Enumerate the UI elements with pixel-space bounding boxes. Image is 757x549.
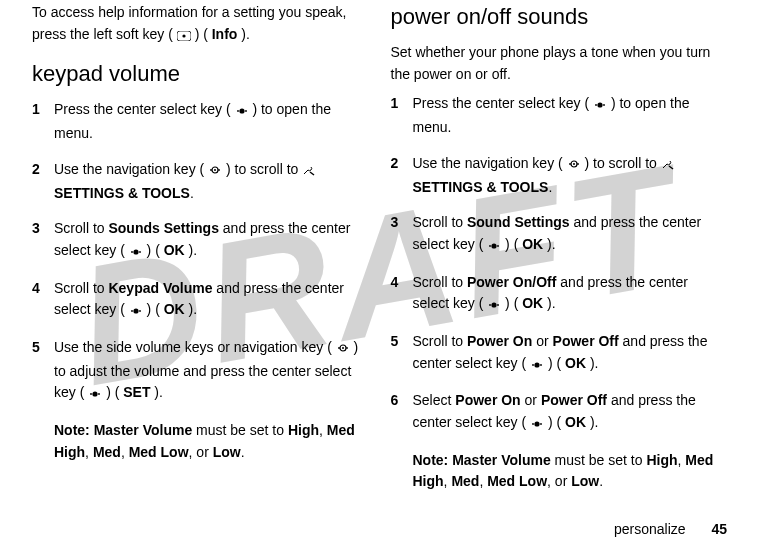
step-number: 2 [391, 153, 413, 198]
center-key-icon [487, 295, 501, 317]
power-on-label: Power On [455, 392, 520, 408]
text: ) ( [548, 414, 561, 430]
svg-point-27 [573, 163, 575, 165]
text: . [241, 444, 245, 460]
ok-label: OK [522, 236, 543, 252]
keypad-volume-steps: 1 Press the center select key ( ) to ope… [32, 99, 367, 406]
svg-point-20 [93, 392, 98, 397]
text: . [190, 185, 194, 201]
info-label: Info [212, 26, 238, 42]
step-number: 1 [391, 93, 413, 138]
ok-label: OK [164, 301, 185, 317]
text: must be set to [555, 452, 647, 468]
page: To access help information for a setting… [0, 0, 757, 549]
svg-point-10 [133, 249, 138, 254]
tools-icon [661, 155, 675, 177]
center-key-icon [593, 95, 607, 117]
power-onoff-heading: power on/off sounds [391, 0, 726, 34]
high-label: High [288, 422, 319, 438]
left-intro: To access help information for a setting… [32, 2, 367, 47]
center-key-icon [88, 384, 102, 406]
text: Use the navigation key ( [54, 161, 204, 177]
step-number: 2 [32, 159, 54, 204]
svg-point-4 [245, 111, 247, 113]
step-body: Scroll to Power On or Power Off and pres… [413, 331, 726, 376]
step-body: Select Power On or Power Off and press t… [413, 390, 726, 435]
svg-point-19 [90, 393, 92, 395]
text: ). [547, 236, 556, 252]
high-label: High [646, 452, 677, 468]
step-number: 5 [32, 337, 54, 406]
tools-icon [302, 161, 316, 183]
page-number: 45 [711, 521, 727, 537]
text: ). [547, 295, 556, 311]
text: ). [590, 414, 599, 430]
list-item: 1 Press the center select key ( ) to ope… [32, 99, 367, 144]
text: , [479, 473, 487, 489]
center-key-icon [487, 236, 501, 258]
keypad-volume-heading: keypad volume [32, 57, 367, 91]
center-key-icon [129, 301, 143, 323]
text: ) ( [147, 301, 160, 317]
svg-point-17 [342, 347, 344, 349]
center-key-icon [129, 242, 143, 264]
svg-point-33 [492, 303, 497, 308]
nav-key-icon [208, 161, 222, 183]
svg-point-36 [534, 362, 539, 367]
svg-point-22 [595, 105, 597, 107]
text: Use the side volume keys or navigation k… [54, 339, 332, 355]
svg-point-21 [98, 393, 100, 395]
svg-point-23 [597, 103, 602, 108]
text: ) ( [548, 355, 561, 371]
power-on-label: Power On [467, 333, 532, 349]
text: Scroll to [413, 214, 467, 230]
text: , [121, 444, 129, 460]
svg-point-24 [603, 105, 605, 107]
text: Press the center select key ( [54, 101, 231, 117]
svg-point-3 [239, 109, 244, 114]
step-number: 6 [391, 390, 413, 435]
list-item: 6 Select Power On or Power Off and press… [391, 390, 726, 435]
ok-label: OK [565, 414, 586, 430]
keypad-volume-label: Keypad Volume [108, 280, 212, 296]
svg-point-38 [532, 423, 534, 425]
master-volume-label: Master Volume [452, 452, 551, 468]
svg-point-32 [489, 304, 491, 306]
power-off-label: Power Off [553, 333, 619, 349]
master-volume-label: Master Volume [94, 422, 193, 438]
right-intro: Set whether your phone plays a tone when… [391, 42, 726, 85]
ok-label: OK [522, 295, 543, 311]
sounds-settings-label: Sounds Settings [108, 220, 218, 236]
step-number: 1 [32, 99, 54, 144]
svg-point-35 [532, 364, 534, 366]
list-item: 3 Scroll to Sounds Settings and press th… [32, 218, 367, 263]
text: Scroll to [413, 274, 467, 290]
step-body: Scroll to Power On/Off and press the cen… [413, 272, 726, 317]
right-column: power on/off sounds Set whether your pho… [379, 0, 738, 529]
svg-point-37 [540, 364, 542, 366]
text: Scroll to [413, 333, 467, 349]
text: must be set to [196, 422, 288, 438]
step-body: Scroll to Keypad Volume and press the ce… [54, 278, 367, 323]
text: Scroll to [54, 220, 108, 236]
text: ) ( [195, 26, 208, 42]
center-key-icon [530, 414, 544, 436]
step-number: 3 [32, 218, 54, 263]
text: Scroll to [54, 280, 108, 296]
svg-point-8 [218, 169, 220, 171]
right-note: Note: Master Volume must be set to High,… [413, 450, 726, 493]
text: or [525, 392, 541, 408]
low-label: Low [571, 473, 599, 489]
note-label: Note: [54, 422, 90, 438]
list-item: 2 Use the navigation key ( ) to scroll t… [391, 153, 726, 198]
page-footer: personalize 45 [614, 521, 727, 537]
text: ) ( [505, 295, 518, 311]
med-low-label: Med Low [129, 444, 189, 460]
svg-point-12 [131, 310, 133, 312]
text: ). [189, 242, 198, 258]
svg-point-14 [139, 310, 141, 312]
text: or [536, 333, 552, 349]
svg-point-9 [131, 251, 133, 253]
svg-point-2 [237, 111, 239, 113]
text: Press the center select key ( [413, 95, 590, 111]
